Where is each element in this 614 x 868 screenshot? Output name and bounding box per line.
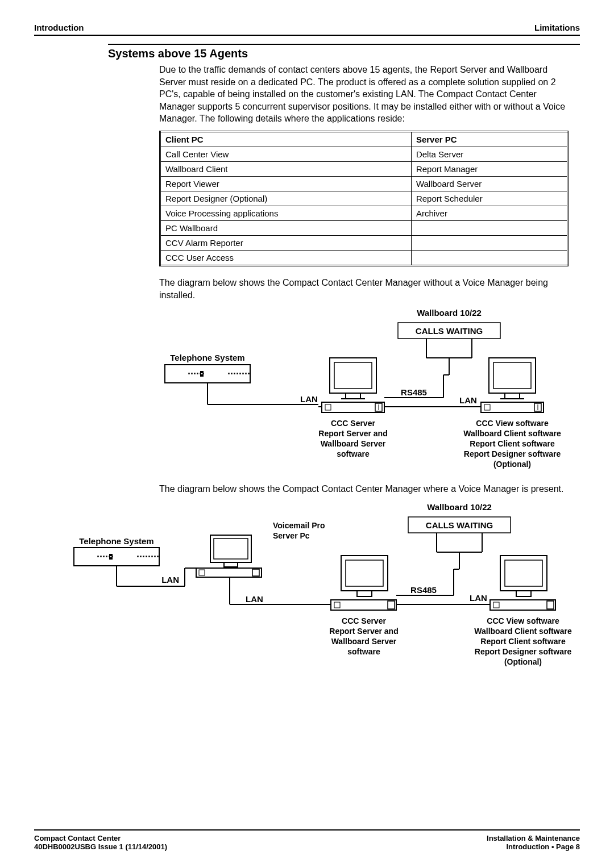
svg-text:······: ······ [188, 368, 205, 379]
svg-rect-27 [505, 393, 520, 399]
svg-text:Voicemail Pro: Voicemail Pro [273, 521, 325, 530]
table-row: Call Center ViewDelta Server [160, 147, 568, 161]
table-header-row: Client PC Server PC [160, 131, 568, 147]
lan-label-2: LAN [459, 395, 477, 405]
page-footer: Compact Contact Center 40DHB0002USBG Iss… [34, 829, 580, 851]
svg-rect-66 [199, 570, 205, 575]
svg-rect-76 [388, 601, 395, 609]
table-row: Report Designer (Optional)Report Schedul… [160, 191, 568, 206]
svg-text:CCC Server: CCC Server [342, 616, 386, 625]
svg-rect-72 [346, 560, 383, 586]
svg-rect-67 [252, 569, 259, 576]
svg-rect-26 [493, 362, 531, 389]
svg-rect-8 [200, 374, 204, 377]
table-row: CCC User Access [160, 250, 568, 265]
svg-text:········: ········ [227, 368, 250, 379]
svg-text:Server Pc: Server Pc [273, 531, 310, 540]
svg-text:Telephone System: Telephone System [79, 536, 154, 546]
svg-text:Wallboard Client software: Wallboard Client software [474, 627, 572, 636]
wallboard-title: Wallboard 10/22 [417, 308, 482, 318]
svg-rect-88 [547, 601, 554, 609]
svg-text:LAN: LAN [161, 575, 179, 585]
svg-text:Report Server and: Report Server and [329, 627, 398, 636]
table-row: Voice Processing applicationsArchiver [160, 206, 568, 220]
svg-rect-14 [346, 393, 360, 399]
svg-rect-87 [493, 602, 499, 608]
svg-text:Report Server and: Report Server and [318, 429, 387, 438]
svg-rect-30 [484, 404, 490, 410]
rs485-label: RS485 [401, 387, 427, 397]
svg-rect-7 [200, 371, 204, 373]
paragraph-2: The diagram below shows the Compact Cont… [159, 277, 569, 301]
svg-text:Report Designer software: Report Designer software [464, 449, 561, 458]
svg-text:Wallboard Server: Wallboard Server [321, 439, 386, 448]
paragraph-1: Due to the traffic demands of contact ce… [159, 64, 569, 125]
svg-text:······: ······ [97, 551, 114, 562]
footer-right-2: Introduction • Page 8 [487, 842, 580, 851]
svg-rect-63 [214, 539, 248, 559]
svg-text:Wallboard 10/22: Wallboard 10/22 [427, 502, 492, 512]
table-header-client: Client PC [160, 131, 412, 147]
svg-text:LAN: LAN [470, 593, 487, 603]
svg-text:CALLS WAITING: CALLS WAITING [426, 520, 493, 530]
footer-right-1: Installation & Maintenance [487, 834, 580, 842]
table-row: Wallboard ClientReport Manager [160, 161, 568, 176]
table-row: CCV Alarm Reporter [160, 235, 568, 250]
svg-rect-86 [490, 600, 555, 610]
monitor-icon [196, 535, 262, 577]
svg-text:software: software [347, 647, 380, 656]
svg-text:LAN: LAN [246, 594, 263, 604]
header-right: Limitations [534, 23, 580, 32]
page-header: Introduction Limitations [34, 23, 580, 36]
svg-text:CCC View software: CCC View software [487, 616, 559, 625]
diagram-with-voice-manager: Wallboard 10/22 CALLS WAITING Telephone … [68, 501, 580, 677]
monitor-icon [481, 358, 544, 412]
svg-rect-73 [357, 591, 372, 596]
footer-left-2: 40DHB0002USBG Issue 1 (11/14/2001) [34, 842, 167, 851]
svg-text:Wallboard Server: Wallboard Server [331, 637, 397, 646]
paragraph-3: The diagram below shows the Compact Cont… [159, 483, 569, 495]
svg-rect-84 [505, 560, 542, 586]
svg-text:········: ········ [136, 551, 159, 562]
svg-rect-85 [516, 591, 531, 596]
svg-rect-65 [196, 568, 262, 577]
diagram-without-voice-manager: Wallboard 10/22 CALLS WAITING Telephone … [159, 307, 580, 477]
header-left: Introduction [34, 23, 84, 32]
svg-rect-64 [224, 562, 238, 567]
table-row: Report ViewerWallboard Server [160, 176, 568, 191]
monitor-icon [322, 358, 384, 412]
svg-text:Report Designer software: Report Designer software [475, 647, 572, 656]
svg-text:RS485: RS485 [410, 585, 437, 595]
svg-text:Wallboard Client software: Wallboard Client software [463, 429, 561, 438]
table-row: PC Wallboard [160, 220, 568, 235]
footer-left-1: Compact Contact Center [34, 834, 167, 842]
telephone-system-label: Telephone System [170, 353, 244, 362]
svg-rect-52 [109, 554, 113, 556]
svg-text:Report Client software: Report Client software [470, 439, 555, 448]
svg-rect-17 [325, 404, 331, 410]
svg-text:software: software [337, 449, 370, 458]
svg-rect-74 [331, 600, 396, 610]
svg-rect-53 [109, 557, 113, 560]
svg-text:Report Client software: Report Client software [480, 637, 566, 646]
lan-label: LAN [300, 394, 318, 404]
svg-rect-13 [334, 362, 372, 389]
section-title: Systems above 15 Agents [108, 44, 580, 60]
svg-text:CCC Server: CCC Server [331, 419, 375, 428]
calls-waiting-label: CALLS WAITING [416, 326, 483, 336]
table-header-server: Server PC [411, 131, 567, 147]
svg-text:(Optional): (Optional) [493, 460, 531, 469]
monitor-icon [490, 556, 555, 610]
svg-rect-75 [334, 602, 340, 608]
svg-text:(Optional): (Optional) [504, 657, 542, 666]
pc-table: Client PC Server PC Call Center ViewDelt… [159, 131, 569, 266]
monitor-icon [331, 556, 396, 610]
svg-text:CCC View software: CCC View software [476, 419, 549, 428]
